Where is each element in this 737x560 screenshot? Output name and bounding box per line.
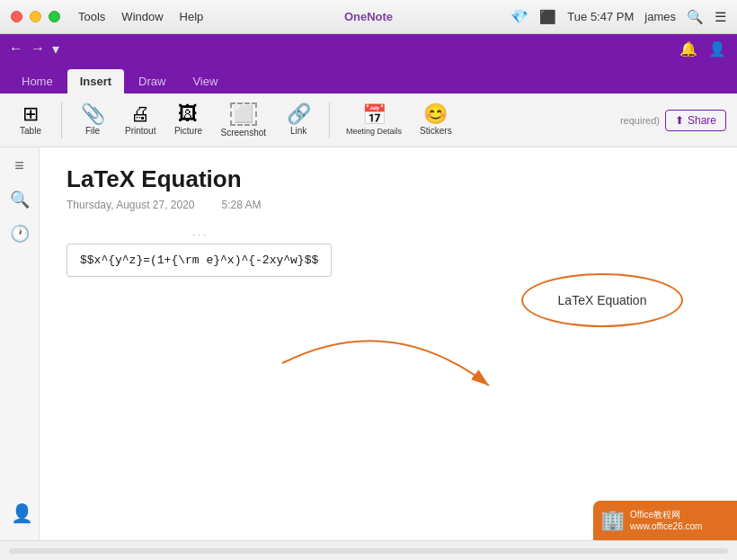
toolbar-link[interactable]: 🔗 Link <box>279 101 318 139</box>
share-icon: ⬆ <box>675 114 684 127</box>
sidebar-user-icon[interactable]: 👤 <box>11 502 33 524</box>
toolbar-printout[interactable]: 🖨 Printout <box>120 101 161 139</box>
file-icon: 📎 <box>81 104 105 124</box>
sidebar-search-icon[interactable]: 🔍 <box>10 190 30 209</box>
toolbar-meeting[interactable]: 📅 Meeting Details <box>341 102 407 139</box>
close-button[interactable] <box>11 11 22 22</box>
office-icon: 🏢 <box>600 509 625 532</box>
toolbar-file-label: File <box>85 126 100 136</box>
clock: Tue 5:47 PM <box>567 10 634 23</box>
traffic-lights <box>11 11 60 22</box>
title-bar-right: 💎 ⬛ Tue 5:47 PM james 🔍 ☰ <box>511 8 726 25</box>
callout-text: LaTeX Equation <box>558 293 647 307</box>
bottom-bar <box>0 540 737 560</box>
printout-icon: 🖨 <box>130 104 150 124</box>
watermark: 🏢 Office教程网 www.office26.com <box>593 501 737 540</box>
page-meta: Thursday, August 27, 2020 5:28 AM <box>67 199 710 211</box>
toolbar-link-label: Link <box>290 126 306 136</box>
menu-icon[interactable]: ☰ <box>715 9 726 25</box>
mac-menu: Tools Window Help <box>78 10 203 23</box>
sidebar-notebooks-icon[interactable]: ≡ <box>14 156 24 175</box>
sidebar-history-icon[interactable]: 🕐 <box>10 224 30 244</box>
ribbon-nav: ← → ▾ <box>0 40 68 58</box>
stickers-icon: 😊 <box>423 104 448 124</box>
minimize-button[interactable] <box>30 11 41 22</box>
toolbar-screenshot-label: Screenshot <box>220 128 266 138</box>
toolbar-screenshot[interactable]: ⬜ Screenshot <box>215 99 271 141</box>
required-label: required) <box>620 115 660 126</box>
tab-draw[interactable]: Draw <box>126 69 178 93</box>
toolbar-picture-label: Picture <box>174 126 202 136</box>
left-sidebar: ≡ 🔍 🕐 👤 <box>0 147 40 560</box>
toolbar-sep-2 <box>329 102 330 138</box>
maximize-button[interactable] <box>49 11 60 22</box>
share-button[interactable]: ⬆ Share <box>665 110 726 131</box>
menu-tools[interactable]: Tools <box>78 10 105 23</box>
callout-ellipse: LaTeX Equation <box>521 273 683 327</box>
forward-button[interactable]: → <box>31 40 45 57</box>
page-title: LaTeX Equation <box>67 165 710 193</box>
page-time: 5:28 AM <box>222 199 262 211</box>
tab-home[interactable]: Home <box>9 69 66 93</box>
dropdown-button[interactable]: ▾ <box>52 40 59 58</box>
table-icon: ⊞ <box>22 104 39 124</box>
ribbon-bar: ← → ▾ 🔔 👤 <box>0 34 737 63</box>
toolbar-file[interactable]: 📎 File <box>73 101 112 139</box>
toolbar-sep-1 <box>61 102 62 138</box>
menu-window[interactable]: Window <box>121 10 163 23</box>
toolbar-table[interactable]: ⊞ Table <box>11 101 50 139</box>
username: james <box>644 10 676 23</box>
toolbar: ⊞ Table 📎 File 🖨 Printout 🖼 Picture ⬜ Sc… <box>0 93 737 147</box>
title-bar: Tools Window Help OneNote 💎 ⬛ Tue 5:47 P… <box>0 0 737 34</box>
menu-help[interactable]: Help <box>180 10 204 23</box>
latex-container: · · · $$x^{y^z}=(1+{\rm e}^x)^{-2xy^w}$$ <box>67 229 332 277</box>
watermark-site: Office教程网 <box>630 509 702 520</box>
gem-icon[interactable]: 💎 <box>511 8 528 25</box>
toolbar-printout-label: Printout <box>125 126 155 136</box>
toolbar-stickers-label: Stickers <box>420 126 452 136</box>
link-icon: 🔗 <box>287 104 311 124</box>
airplay-icon[interactable]: ⬛ <box>539 9 556 25</box>
page-date: Thursday, August 27, 2020 <box>67 199 195 211</box>
content-area: LaTeX Equation Thursday, August 27, 2020… <box>40 147 737 560</box>
toolbar-right: required) ⬆ Share <box>620 110 726 131</box>
avatar-icon[interactable]: 👤 <box>708 40 726 58</box>
toolbar-picture[interactable]: 🖼 Picture <box>168 101 208 139</box>
scrollbar[interactable] <box>9 548 728 554</box>
search-icon[interactable]: 🔍 <box>687 9 704 25</box>
back-button[interactable]: ← <box>9 40 23 57</box>
picture-icon: 🖼 <box>178 104 198 124</box>
screenshot-icon: ⬜ <box>230 102 257 126</box>
share-label: Share <box>688 114 716 127</box>
main-layout: ≡ 🔍 🕐 👤 LaTeX Equation Thursday, August … <box>0 147 737 560</box>
latex-block[interactable]: $$x^{y^z}=(1+{\rm e}^x)^{-2xy^w}$$ <box>67 244 332 277</box>
app-title: OneNote <box>344 10 393 23</box>
meeting-icon: 📅 <box>362 105 386 125</box>
toolbar-meeting-label: Meeting Details <box>346 127 402 136</box>
notification-icon[interactable]: 🔔 <box>679 40 697 58</box>
tab-view[interactable]: View <box>180 69 230 93</box>
latex-block-ellipsis: · · · <box>67 229 332 240</box>
watermark-text: Office教程网 www.office26.com <box>630 509 702 532</box>
tab-insert[interactable]: Insert <box>67 69 124 93</box>
tab-bar: Home Insert Draw View <box>0 63 737 93</box>
watermark-url: www.office26.com <box>630 520 702 532</box>
toolbar-table-label: Table <box>20 126 41 136</box>
toolbar-stickers[interactable]: 😊 Stickers <box>414 101 457 139</box>
